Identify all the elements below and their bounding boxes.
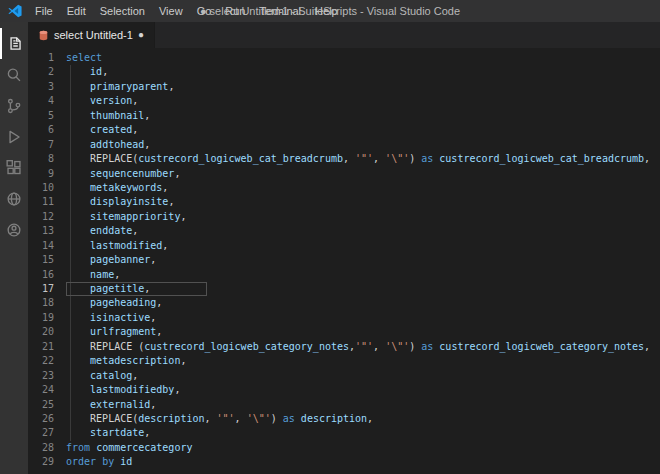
line-number[interactable]: 1	[28, 51, 66, 65]
line-content: created,	[66, 123, 138, 137]
line-content: enddate,	[66, 224, 138, 238]
line-number[interactable]: 25	[28, 398, 66, 412]
code-line-4[interactable]: 4 version,	[28, 94, 660, 108]
code-line-7[interactable]: 7 addtohead,	[28, 138, 660, 152]
line-content: version,	[66, 94, 138, 108]
code-line-20[interactable]: 20 urlfragment,	[28, 325, 660, 339]
menu-item-file[interactable]: File	[28, 3, 60, 19]
line-content: order by id	[66, 455, 132, 469]
line-number[interactable]: 15	[28, 253, 66, 267]
line-content: externalid,	[66, 398, 156, 412]
line-number[interactable]: 29	[28, 455, 66, 469]
line-content: select	[66, 51, 102, 65]
line-number[interactable]: 22	[28, 354, 66, 368]
line-content: startdate,	[66, 426, 150, 440]
line-number[interactable]: 14	[28, 239, 66, 253]
code-line-12[interactable]: 12 sitemappriority,	[28, 210, 660, 224]
code-line-22[interactable]: 22 metadescription,	[28, 354, 660, 368]
line-number[interactable]: 5	[28, 109, 66, 123]
line-content: thumbnail,	[66, 109, 150, 123]
code-line-21[interactable]: 21 REPLACE (custrecord_logicweb_category…	[28, 340, 660, 354]
code-line-26[interactable]: 26 REPLACE(description, '"', '\"') as de…	[28, 412, 660, 426]
code-line-6[interactable]: 6 created,	[28, 123, 660, 137]
menu-item-view[interactable]: View	[152, 3, 190, 19]
line-content: isinactive,	[66, 311, 156, 325]
run-debug-icon[interactable]	[0, 121, 28, 152]
code-line-8[interactable]: 8 REPLACE(custrecord_logicweb_cat_breadc…	[28, 152, 660, 166]
line-content: sequencenumber,	[66, 167, 180, 181]
line-number[interactable]: 6	[28, 123, 66, 137]
line-number[interactable]: 12	[28, 210, 66, 224]
line-number[interactable]: 21	[28, 340, 66, 354]
code-line-3[interactable]: 3 primaryparent,	[28, 80, 660, 94]
code-line-24[interactable]: 24 lastmodifiedby,	[28, 383, 660, 397]
line-number[interactable]: 10	[28, 181, 66, 195]
line-content: metadescription,	[66, 354, 186, 368]
line-content: lastmodifiedby,	[66, 383, 180, 397]
code-lines: 1select2 id,3 primaryparent,4 version,5 …	[28, 51, 660, 470]
code-line-14[interactable]: 14 lastmodified,	[28, 239, 660, 253]
vscode-window: FileEditSelectionViewGoRunTerminalHelp ●…	[0, 0, 660, 474]
line-number[interactable]: 27	[28, 426, 66, 440]
code-line-19[interactable]: 19 isinactive,	[28, 311, 660, 325]
search-icon[interactable]	[0, 59, 28, 90]
code-line-18[interactable]: 18 pageheading,	[28, 296, 660, 310]
line-number[interactable]: 26	[28, 412, 66, 426]
workbench: select Untitled-1 ● 1select2 id,3 primar…	[0, 22, 660, 474]
line-content: pagetitle,	[66, 282, 150, 296]
code-line-28[interactable]: 28from commercecategory	[28, 441, 660, 455]
line-content: urlfragment,	[66, 325, 162, 339]
vscode-logo-icon	[0, 4, 28, 18]
line-number[interactable]: 20	[28, 325, 66, 339]
window-title: ● select Untitled-1 - SuiteScripts - Vis…	[200, 5, 460, 17]
extensions-icon[interactable]	[0, 152, 28, 183]
line-number[interactable]: 11	[28, 195, 66, 209]
line-content: metakeywords,	[66, 181, 168, 195]
line-content: catalog,	[66, 369, 138, 383]
line-content: from commercecategory	[66, 441, 192, 455]
source-control-icon[interactable]	[0, 90, 28, 121]
line-number[interactable]: 28	[28, 441, 66, 455]
line-number[interactable]: 2	[28, 65, 66, 79]
code-line-15[interactable]: 15 pagebanner,	[28, 253, 660, 267]
code-line-5[interactable]: 5 thumbnail,	[28, 109, 660, 123]
menu-item-selection[interactable]: Selection	[93, 3, 152, 19]
line-number[interactable]: 17	[28, 282, 66, 296]
line-number[interactable]: 24	[28, 383, 66, 397]
code-line-29[interactable]: 29order by id	[28, 455, 660, 469]
line-content: addtohead,	[66, 138, 150, 152]
code-line-9[interactable]: 9 sequencenumber,	[28, 167, 660, 181]
account-icon[interactable]	[0, 214, 28, 245]
line-content: REPLACE(description, '"', '\"') as descr…	[66, 412, 373, 426]
line-content: pageheading,	[66, 296, 162, 310]
line-number[interactable]: 3	[28, 80, 66, 94]
code-line-27[interactable]: 27 startdate,	[28, 426, 660, 440]
code-line-11[interactable]: 11 displayinsite,	[28, 195, 660, 209]
activity-bar	[0, 22, 28, 474]
line-number[interactable]: 23	[28, 369, 66, 383]
code-line-16[interactable]: 16 name,	[28, 268, 660, 282]
code-line-10[interactable]: 10 metakeywords,	[28, 181, 660, 195]
code-line-17[interactable]: 17 pagetitle,	[28, 282, 660, 296]
code-line-2[interactable]: 2 id,	[28, 65, 660, 79]
line-number[interactable]: 18	[28, 296, 66, 310]
code-line-13[interactable]: 13 enddate,	[28, 224, 660, 238]
line-number[interactable]: 8	[28, 152, 66, 166]
tab-select-untitled-1[interactable]: select Untitled-1 ●	[28, 22, 155, 48]
line-content: id,	[66, 65, 108, 79]
editor[interactable]: 1select2 id,3 primaryparent,4 version,5 …	[28, 48, 660, 474]
explorer-icon[interactable]	[0, 28, 28, 59]
code-line-1[interactable]: 1select	[28, 51, 660, 65]
line-number[interactable]: 13	[28, 224, 66, 238]
code-line-23[interactable]: 23 catalog,	[28, 369, 660, 383]
line-number[interactable]: 7	[28, 138, 66, 152]
line-content: displayinsite,	[66, 195, 174, 209]
line-number[interactable]: 9	[28, 167, 66, 181]
line-number[interactable]: 16	[28, 268, 66, 282]
line-number[interactable]: 19	[28, 311, 66, 325]
code-line-25[interactable]: 25 externalid,	[28, 398, 660, 412]
menu-item-edit[interactable]: Edit	[60, 3, 93, 19]
remote-globe-icon[interactable]	[0, 183, 28, 214]
line-number[interactable]: 4	[28, 94, 66, 108]
tab-label: select Untitled-1	[54, 29, 133, 41]
